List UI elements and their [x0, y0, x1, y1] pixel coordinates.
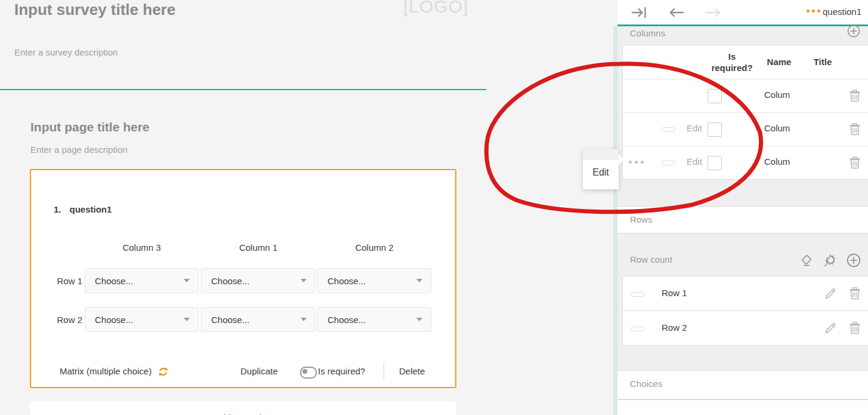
- header-name: Name: [764, 56, 794, 67]
- survey-description-placeholder[interactable]: Enter a survey description: [14, 47, 118, 57]
- popup-edit-button[interactable]: Edit: [583, 167, 619, 178]
- pencil-icon[interactable]: [823, 287, 838, 301]
- question-title: 1.question1: [54, 204, 112, 214]
- next-section-partial: [617, 399, 868, 415]
- trash-icon[interactable]: [849, 156, 861, 170]
- trash-icon[interactable]: [849, 122, 861, 136]
- matrix-column-header: Column 2: [317, 242, 431, 253]
- forward-arrow-icon[interactable]: [705, 6, 722, 19]
- pencil-icon[interactable]: [823, 321, 838, 336]
- eraser-icon[interactable]: [798, 253, 814, 268]
- drag-handle[interactable]: [631, 292, 644, 297]
- row-menu-icon[interactable]: [629, 161, 644, 164]
- matrix-dropdown[interactable]: Choose...: [85, 268, 199, 293]
- question-type-label: Matrix (multiple choice): [60, 365, 169, 377]
- matrix-column-header: Column 3: [85, 242, 199, 253]
- columns-section-title[interactable]: Columns: [630, 28, 665, 38]
- drag-handle[interactable]: [662, 161, 675, 165]
- property-panel: question1 Columns Is required? Name Titl…: [617, 0, 868, 415]
- dropdown-placeholder: Choose...: [95, 315, 133, 325]
- matrix-dropdown[interactable]: Choose...: [317, 268, 431, 293]
- required-checkbox[interactable]: [708, 156, 722, 170]
- row-item: Row 1: [623, 276, 868, 311]
- chevron-down-icon: [184, 318, 190, 321]
- chevron-down-icon: [416, 279, 422, 282]
- chevron-down-icon: [301, 318, 307, 321]
- survey-header-divider: [0, 89, 486, 90]
- dropdown-placeholder: Choose...: [328, 315, 366, 325]
- duplicate-button[interactable]: Duplicate: [240, 365, 278, 377]
- column-row: Edit Colum: [623, 146, 868, 179]
- magic-wand-icon[interactable]: [822, 253, 838, 268]
- trash-icon[interactable]: [849, 89, 861, 103]
- question-card[interactable]: 1.question1 Column 3 Column 1 Column 2 R…: [30, 169, 456, 388]
- matrix-dropdown[interactable]: Choose...: [201, 268, 316, 293]
- trash-icon[interactable]: [849, 287, 861, 300]
- property-panel-header: question1: [617, 0, 868, 26]
- row-count-label: Row count: [630, 254, 672, 265]
- dropdown-placeholder: Choose...: [211, 315, 249, 325]
- popup-header-strip: [583, 149, 619, 160]
- row-item-label[interactable]: Row 1: [662, 288, 687, 298]
- add-question-button[interactable]: Add Question: [214, 413, 272, 415]
- matrix-dropdown[interactable]: Choose...: [317, 307, 431, 332]
- rows-list: Row 1 Row 2: [622, 276, 868, 346]
- chevron-down-icon: [301, 279, 307, 282]
- required-checkbox[interactable]: [708, 122, 722, 137]
- edit-button[interactable]: Edit: [687, 123, 702, 133]
- columns-table-header: Is required? Name Title: [623, 45, 868, 79]
- logo-placeholder[interactable]: [LOGO]: [403, 0, 468, 17]
- matrix-dropdown[interactable]: Choose...: [201, 307, 316, 332]
- question-number: 1.: [54, 204, 61, 214]
- column-row: Edit Colum: [623, 112, 868, 146]
- dropdown-placeholder: Choose...: [328, 276, 366, 286]
- choices-section[interactable]: Choices: [617, 370, 868, 399]
- panel-splitter[interactable]: [613, 26, 617, 415]
- edit-popup: Edit: [583, 149, 619, 189]
- page-description-placeholder[interactable]: Enter a page description: [30, 145, 128, 155]
- dropdown-placeholder: Choose...: [95, 276, 133, 286]
- column-name-value[interactable]: Colum: [764, 90, 790, 100]
- header-is-required: Is required?: [709, 51, 755, 73]
- back-arrow-icon[interactable]: [668, 6, 685, 19]
- drag-handle[interactable]: [662, 127, 675, 132]
- question-menu-icon[interactable]: [807, 10, 820, 13]
- dropdown-placeholder: Choose...: [211, 276, 249, 286]
- question-name: question1: [70, 204, 112, 214]
- matrix-column-header: Column 1: [201, 242, 316, 253]
- edit-button[interactable]: Edit: [687, 156, 702, 167]
- is-required-label[interactable]: Is required?: [318, 365, 365, 377]
- page-title[interactable]: Input page title here: [30, 120, 150, 134]
- survey-title[interactable]: Input survey title here: [14, 1, 175, 19]
- toolbar-divider: [384, 362, 384, 379]
- matrix-row-label: Row 2: [52, 307, 82, 333]
- column-name-value[interactable]: Colum: [764, 156, 790, 167]
- chevron-down-icon: [184, 279, 190, 282]
- required-checkbox[interactable]: [708, 89, 722, 103]
- choices-section-title: Choices: [630, 379, 662, 389]
- matrix-row-label: Row 1: [52, 268, 82, 294]
- drag-handle[interactable]: [631, 327, 644, 331]
- matrix-dropdown[interactable]: Choose...: [85, 307, 199, 332]
- row-item: Row 2: [623, 311, 868, 345]
- required-toggle[interactable]: [300, 367, 317, 379]
- add-column-icon[interactable]: [847, 24, 861, 38]
- rows-section-title: Rows: [630, 214, 653, 225]
- trash-icon[interactable]: [849, 321, 861, 335]
- delete-button[interactable]: Delete: [399, 365, 425, 377]
- selected-question-name[interactable]: question1: [823, 7, 861, 17]
- toggle-knob: [302, 369, 307, 374]
- header-title: Title: [807, 56, 838, 67]
- change-type-icon[interactable]: [157, 365, 169, 378]
- collapse-panel-icon[interactable]: [631, 6, 648, 19]
- question-type-text: Matrix (multiple choice): [60, 365, 152, 377]
- survey-design-surface: Input survey title here [LOGO] Enter a s…: [0, 0, 613, 415]
- add-row-icon[interactable]: [846, 253, 861, 268]
- add-question-card[interactable]: Add Question: [30, 401, 456, 415]
- rows-section[interactable]: Rows: [617, 206, 868, 233]
- chevron-down-icon: [416, 318, 422, 321]
- columns-table: Is required? Name Title Colum Edit Colum: [622, 45, 868, 180]
- row-item-label[interactable]: Row 2: [662, 322, 687, 333]
- column-name-value[interactable]: Colum: [764, 123, 790, 133]
- column-row: Colum: [623, 79, 868, 112]
